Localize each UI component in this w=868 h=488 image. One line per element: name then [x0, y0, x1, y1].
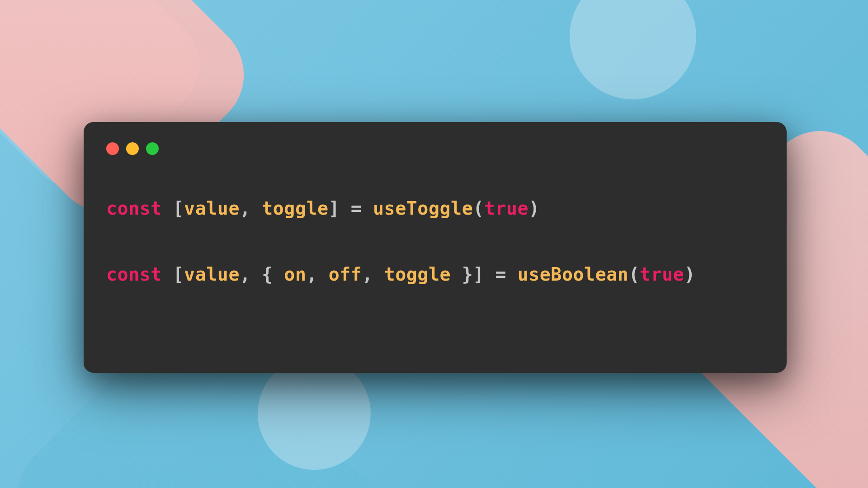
token-var: toggle	[262, 198, 329, 219]
close-icon[interactable]	[106, 142, 119, 155]
token-var: value	[184, 198, 240, 219]
token-space	[162, 264, 173, 285]
bg-circle-1	[570, 0, 696, 99]
bg-circle-2	[258, 357, 371, 470]
code-line-2: const [value, { on, off, toggle }] = use…	[106, 262, 764, 287]
token-keyword: const	[106, 198, 162, 219]
token-func: useBoolean	[518, 264, 629, 285]
token-punct: [	[173, 198, 184, 219]
token-punct: ,	[307, 264, 329, 285]
token-punct: (	[473, 198, 484, 219]
token-punct: , {	[240, 264, 284, 285]
token-var: toggle	[384, 264, 451, 285]
token-bool: true	[640, 264, 684, 285]
token-punct: [	[173, 264, 184, 285]
token-punct: }] =	[451, 264, 518, 285]
token-var: on	[284, 264, 306, 285]
token-var: off	[329, 264, 362, 285]
token-punct: ] =	[329, 198, 373, 219]
code-line-spacer	[106, 221, 764, 262]
token-keyword: const	[106, 264, 162, 285]
token-bool: true	[484, 198, 528, 219]
maximize-icon[interactable]	[146, 142, 159, 155]
code-line-1: const [value, toggle] = useToggle(true)	[106, 196, 764, 221]
minimize-icon[interactable]	[126, 142, 139, 155]
token-punct: (	[628, 264, 640, 285]
token-var: value	[184, 264, 240, 285]
token-punct: )	[528, 198, 540, 219]
code-content: const [value, toggle] = useToggle(true) …	[106, 196, 764, 287]
token-punct: ,	[240, 198, 262, 219]
token-func: useToggle	[373, 198, 473, 219]
code-editor-window: const [value, toggle] = useToggle(true) …	[84, 122, 787, 373]
token-punct: )	[684, 264, 695, 285]
window-controls	[106, 142, 764, 155]
token-punct: ,	[362, 264, 384, 285]
token-space	[162, 198, 173, 219]
